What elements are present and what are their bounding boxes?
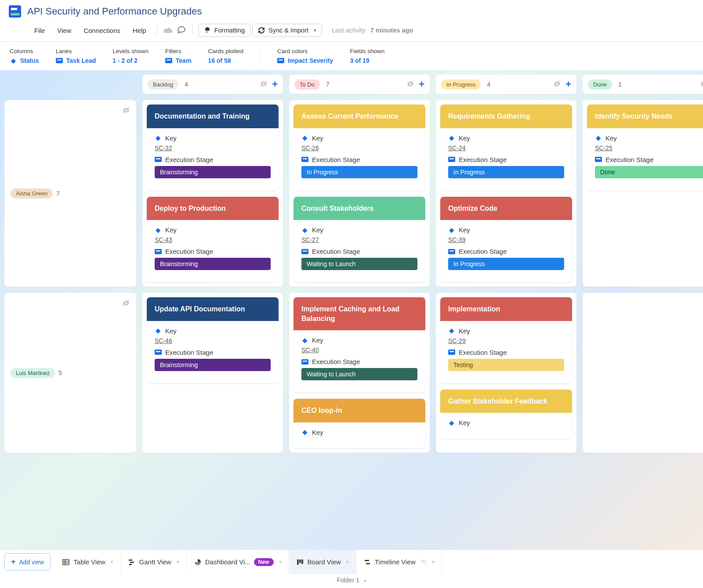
column-name-chip[interactable]: In Progress	[441, 79, 481, 90]
board-card[interactable]: Consult Stakeholders ◆Key SC-27 Executio…	[294, 197, 425, 283]
menu-file[interactable]: File	[29, 25, 50, 36]
help-icon[interactable]: ?⃝	[421, 558, 427, 562]
filter-card-colors[interactable]: Card colors Impact Severity	[277, 48, 333, 64]
card-key-link[interactable]: SC-32	[155, 144, 172, 152]
sync-label: Sync & Import	[268, 27, 308, 34]
cloud-icon[interactable]	[163, 25, 174, 36]
board-card[interactable]: CEO loop-in ◆Key	[294, 399, 425, 448]
field-key-label: Key	[165, 327, 177, 335]
filter-plotted[interactable]: Cards plotted 16 of 58	[208, 48, 243, 64]
card-key-link[interactable]: SC-40	[301, 346, 319, 354]
hide-lane-icon[interactable]	[122, 299, 130, 308]
board-cell[interactable]: Update API Documentation ◆Key SC-46 Exec…	[142, 293, 283, 453]
column-count: 4	[487, 81, 490, 88]
board-card[interactable]: Gather Stakeholder Feedback ◆Key	[440, 390, 572, 439]
add-view-button[interactable]: + Add view	[4, 553, 51, 562]
column-name-chip[interactable]: Backlog	[148, 79, 178, 90]
view-tab-gantt[interactable]: Gantt View▾	[121, 550, 187, 562]
gantt-icon	[128, 558, 136, 562]
view-tab-table[interactable]: Table View▾	[55, 550, 120, 562]
column-header: Done 1 +	[583, 75, 703, 94]
stage-pill: In Progress	[301, 166, 417, 178]
lane-name-chip[interactable]: Luis Martinez	[11, 368, 55, 378]
card-key-link[interactable]: SC-25	[595, 144, 612, 152]
column-name-chip[interactable]: To Do	[294, 79, 320, 90]
pie-icon	[194, 558, 202, 562]
filter-columns[interactable]: Columns ◆Status	[10, 48, 39, 64]
chevron-down-icon[interactable]: ▾	[111, 559, 113, 562]
board-card[interactable]: Update API Documentation ◆Key SC-46 Exec…	[147, 297, 279, 383]
menu-connections[interactable]: Connections	[78, 25, 125, 36]
board-cell[interactable]: Documentation and Training ◆Key SC-32 Ex…	[142, 100, 283, 287]
lane-name-chip[interactable]: Aisha Green	[11, 188, 53, 198]
card-key-link[interactable]: SC-29	[448, 337, 466, 344]
chevron-down-icon[interactable]: ▾	[279, 559, 282, 562]
hide-column-icon[interactable]	[406, 80, 414, 89]
hide-column-icon[interactable]	[700, 80, 703, 89]
add-card-button[interactable]: +	[272, 79, 278, 90]
board-card[interactable]: Implement Caching and Load Balancing ◆Ke…	[294, 297, 425, 393]
card-key-link[interactable]: SC-46	[155, 337, 172, 344]
last-activity: Last activity: 7 minutes ago	[332, 27, 413, 34]
board-card[interactable]: Assess Current Performance ◆Key SC-26 Ex…	[294, 105, 425, 191]
board-card[interactable]: Documentation and Training ◆Key SC-32 Ex…	[147, 105, 279, 191]
chat-icon[interactable]	[176, 25, 187, 36]
footer: + Add view Table View▾ Gantt View▾ Dashb…	[0, 549, 703, 562]
card-icon	[301, 249, 308, 254]
stage-pill: Done	[595, 166, 703, 178]
board-card[interactable]: Identify Security Needs ◆Key SC-25 Execu…	[587, 105, 703, 191]
card-key-link[interactable]: SC-24	[448, 144, 466, 152]
card-key-link[interactable]: SC-26	[301, 144, 319, 152]
formatting-button[interactable]: Formatting	[198, 24, 250, 37]
diamond-icon: ◆	[155, 327, 162, 334]
hide-lane-icon[interactable]	[122, 106, 130, 115]
filter-levels[interactable]: Levels shown 1 - 2 of 2	[112, 48, 149, 64]
page-title: API Security and Performance Upgrades	[27, 6, 202, 17]
diamond-icon: ◆	[10, 57, 17, 64]
field-key-label: Key	[312, 134, 323, 142]
sync-import-button[interactable]: Sync & Import ▾	[252, 24, 322, 37]
board-card[interactable]: Optimize Code ◆Key SC-39 Execution Stage…	[440, 197, 572, 283]
menu-view[interactable]: View	[52, 25, 76, 36]
view-tab-timeline[interactable]: Timeline View ?⃝ ▾	[356, 550, 442, 562]
filter-fields-shown[interactable]: Fields shown 3 of 19	[350, 48, 384, 64]
card-title: CEO loop-in	[294, 399, 425, 422]
field-key-label: Key	[459, 226, 470, 234]
svg-rect-16	[365, 560, 369, 561]
chevron-down-icon[interactable]: ▾	[177, 559, 179, 562]
field-key-label: Key	[312, 336, 323, 344]
hide-column-icon[interactable]	[553, 80, 561, 89]
board-cell[interactable]: Requirements Gathering ◆Key SC-24 Execut…	[436, 100, 576, 287]
filter-filters[interactable]: Filters Team	[165, 48, 192, 64]
view-tab-board[interactable]: Board View▾	[289, 550, 356, 562]
menu-help[interactable]: Help	[127, 25, 152, 36]
card-title: Documentation and Training	[147, 105, 279, 128]
board-cell[interactable]: Assess Current Performance ◆Key SC-26 Ex…	[289, 100, 430, 287]
column-name-chip[interactable]: Done	[588, 79, 612, 90]
board[interactable]: Backlog 4 + To Do 7 + In Progress 4 + Do…	[0, 70, 703, 562]
board-card[interactable]: Requirements Gathering ◆Key SC-24 Execut…	[440, 105, 572, 191]
filter-lanes[interactable]: Lanes Task Lead	[56, 48, 96, 64]
view-tab-dashboard[interactable]: Dashboard Vi... New ▾	[187, 550, 289, 562]
hide-column-icon[interactable]	[260, 80, 268, 89]
board-cell[interactable]: Implement Caching and Load Balancing ◆Ke…	[289, 293, 430, 453]
card-key-link[interactable]: SC-39	[448, 236, 466, 243]
board-card[interactable]: Deploy to Production ◆Key SC-43 Executio…	[147, 197, 279, 283]
chevron-down-icon: ▾	[314, 27, 316, 33]
board-cell[interactable]	[583, 293, 703, 453]
add-card-button[interactable]: +	[419, 79, 424, 90]
column-count: 4	[185, 81, 188, 88]
add-card-button[interactable]: +	[565, 79, 571, 90]
svg-rect-13	[297, 559, 299, 562]
card-key-link[interactable]: SC-43	[155, 236, 172, 243]
field-key-label: Key	[459, 327, 470, 335]
board-cell[interactable]: Identify Security Needs ◆Key SC-25 Execu…	[583, 100, 703, 287]
table-icon	[62, 558, 70, 562]
chevron-down-icon[interactable]: ▾	[432, 559, 435, 562]
board-cell[interactable]: Implementation ◆Key SC-29 Execution Stag…	[436, 293, 576, 453]
field-stage-label: Execution Stage	[312, 156, 360, 163]
card-key-link[interactable]: SC-27	[301, 236, 319, 243]
board-card[interactable]: Implementation ◆Key SC-29 Execution Stag…	[440, 297, 572, 383]
chevron-down-icon[interactable]: ▾	[346, 559, 349, 562]
column-header: Backlog 4 +	[142, 75, 283, 94]
